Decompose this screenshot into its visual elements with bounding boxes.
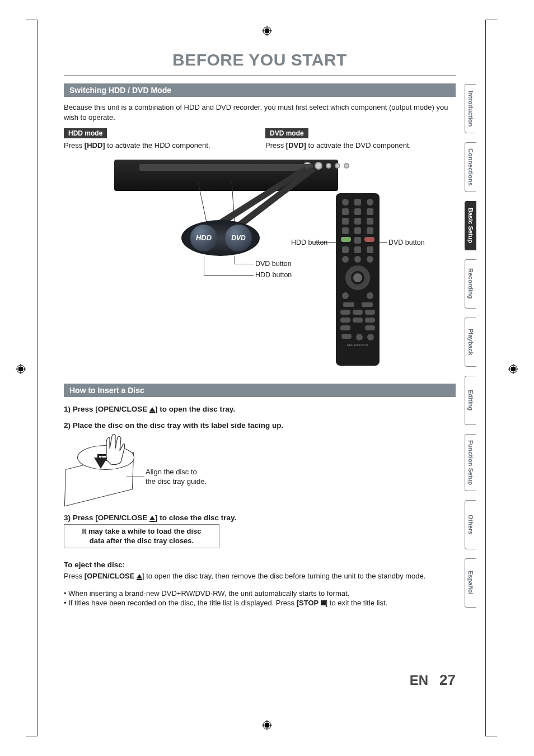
text: ] to open the disc tray. (155, 405, 235, 413)
step-3: 3) Press [OPEN/CLOSE ] to close the disc… (64, 514, 456, 522)
tab-others: Others (465, 500, 476, 549)
hdd-key-ref: [HDD] (85, 141, 105, 150)
hdd-button-icon: HDD (190, 225, 217, 251)
text: Align the disc to (146, 468, 197, 476)
text: Press (265, 141, 286, 150)
text: Press (64, 572, 85, 580)
divider (64, 75, 456, 76)
page-number: 27 (439, 671, 456, 689)
svg-line-16 (198, 182, 207, 222)
hdd-mode-text: Press [HDD] to activate the HDD componen… (64, 141, 254, 151)
registration-mark-icon (508, 364, 518, 374)
trim-rule (37, 20, 38, 736)
svg-rect-3 (265, 29, 269, 33)
text: ] to exit the title list. (326, 599, 388, 607)
text: 1) Press [OPEN/CLOSE (64, 405, 149, 413)
registration-mark-icon (262, 26, 272, 36)
registration-mark-icon (16, 364, 26, 374)
arrow-down-icon (94, 458, 107, 469)
dvd-button-label: DVD button (255, 260, 292, 268)
stop-key-ref: [STOP (297, 599, 321, 607)
section-heading-insert-disc: How to Insert a Disc (64, 384, 456, 397)
tab-playback: Playback (465, 318, 476, 367)
text: It may take a while to load the disc (82, 527, 201, 535)
open-close-key-ref: [OPEN/CLOSE (85, 572, 137, 580)
svg-rect-7 (265, 723, 269, 727)
load-delay-note: It may take a while to load the disc dat… (64, 524, 219, 549)
section-heading-switching-mode: Switching HDD / DVD Mode (64, 83, 456, 97)
text: ] to close the disc tray. (155, 514, 236, 522)
remote-brand-label: MAGNAVOX (339, 343, 376, 347)
lang-code: EN (410, 673, 428, 688)
eject-instruction: Press [OPEN/CLOSE ] to open the disc tra… (64, 571, 456, 581)
tab-introduction: Introduction (465, 84, 476, 133)
note-bullet-2: • If titles have been recorded on the di… (64, 599, 456, 607)
remote-hdd-button-label: HDD button (291, 239, 327, 246)
svg-rect-15 (511, 367, 516, 371)
dvd-key-ref: [DVD] (286, 141, 306, 150)
dvd-mode-label: DVD mode (265, 128, 308, 138)
svg-marker-19 (232, 166, 316, 231)
page-title: BEFORE YOU START (64, 50, 456, 69)
step-2: 2) Place the disc on the disc tray with … (64, 421, 456, 430)
trim-rule (485, 20, 486, 736)
note-bullet-1: • When inserting a brand-new DVD+RW/DVD-… (64, 589, 456, 598)
align-caption: Align the disc to the disc tray guide. (146, 468, 207, 487)
tab-recording: Recording (465, 259, 476, 309)
callout-line (204, 275, 254, 276)
callout-line (235, 264, 254, 264)
intro-text: Because this unit is a combination of HD… (64, 102, 456, 122)
tab-editing: Editing (465, 376, 476, 425)
svg-rect-11 (18, 367, 23, 371)
step-1: 1) Press [OPEN/CLOSE ] to open the disc … (64, 405, 456, 413)
remote-dvd-button-label: DVD button (388, 239, 425, 246)
tab-basic-setup: Basic Setup (465, 201, 476, 250)
notes-list: • When inserting a brand-new DVD+RW/DVD-… (64, 589, 456, 607)
dvd-mode-text: Press [DVD] to activate the DVD componen… (265, 141, 456, 151)
eject-icon (149, 407, 155, 412)
device-illustration: HDD DVD DVD button HDD button (64, 160, 456, 384)
dvd-button-icon: DVD (225, 225, 252, 251)
text: ] to open the disc tray, then remove the… (142, 572, 425, 580)
text: • If titles have been recorded on the di… (64, 599, 297, 607)
text: to activate the HDD component. (105, 141, 210, 150)
callout-line (204, 256, 204, 275)
eject-icon (137, 574, 142, 578)
hdd-mode-label: HDD mode (64, 128, 107, 138)
remote-control-icon: MAGNAVOX (336, 193, 380, 366)
callout-line (377, 242, 387, 243)
hdd-button-label: HDD button (255, 271, 292, 279)
text: 3) Press [OPEN/CLOSE (64, 514, 149, 522)
eject-heading: To eject the disc: (64, 561, 456, 569)
button-zoom-bubble: HDD DVD (181, 220, 260, 256)
tab-espanol: Español (465, 558, 476, 608)
text: Press (64, 141, 85, 150)
eject-icon (149, 516, 155, 520)
callout-line (127, 477, 144, 477)
callout-line (235, 256, 235, 264)
page-footer: EN 27 (410, 671, 456, 689)
stop-icon (321, 600, 326, 605)
disc-tray-illustration: Align the disc to the disc tray guide. (64, 433, 221, 506)
text: the disc tray guide. (146, 477, 207, 486)
section-tabs: Introduction Connections Basic Setup Rec… (465, 84, 481, 617)
text: to activate the DVD component. (306, 141, 411, 150)
tab-function-setup: Function Setup (465, 434, 476, 491)
tab-connections: Connections (465, 142, 476, 192)
registration-mark-icon (262, 720, 272, 730)
text: data after the disc tray closes. (90, 536, 194, 545)
